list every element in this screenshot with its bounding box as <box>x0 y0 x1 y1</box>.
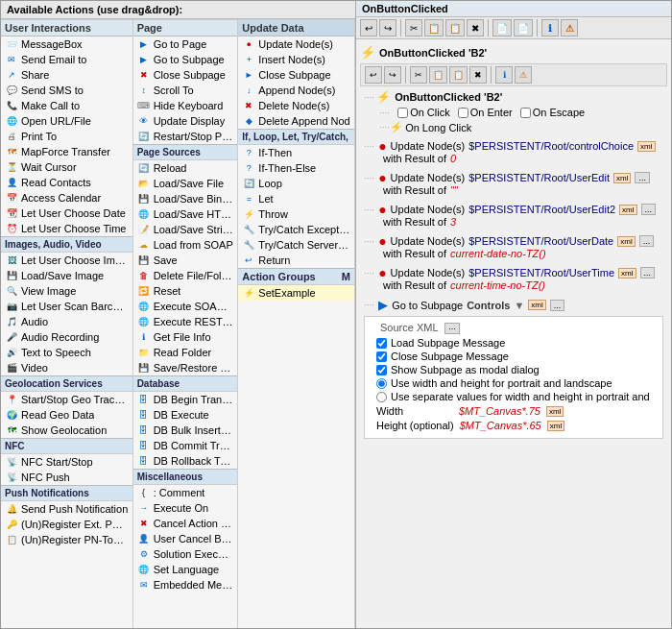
action-video[interactable]: 🎬 Video <box>1 360 132 375</box>
action-set-language[interactable]: 🌐 Set Language <box>133 562 238 577</box>
action-embedded-message[interactable]: ✉ Embedded Messa <box>133 577 238 593</box>
undo-button[interactable]: ↩ <box>360 19 377 36</box>
doc2-button[interactable]: 📄 <box>514 19 533 36</box>
inner-copy[interactable]: 📋 <box>429 66 447 84</box>
action-send-email[interactable]: ✉ Send Email to <box>1 52 132 67</box>
action-read-contacts[interactable]: 👤 Read Contacts <box>1 175 132 190</box>
action-choose-time[interactable]: ⏰ Let User Choose Time <box>1 221 132 236</box>
action-append-nodes[interactable]: ↓ Append Node(s) <box>238 83 354 98</box>
action-delete-file[interactable]: 🗑 Delete File/Folder <box>133 268 238 283</box>
inner-redo[interactable]: ↪ <box>384 66 401 84</box>
inner-cut[interactable]: ✂ <box>410 66 427 84</box>
action-let[interactable]: = Let <box>238 191 354 206</box>
close-subpage-msg-checkbox[interactable] <box>376 351 387 362</box>
xml-btn-goto[interactable]: xml <box>528 300 545 310</box>
action-audio-recording[interactable]: 🎤 Audio Recording <box>1 329 132 345</box>
action-messagebox[interactable]: 📨 MessageBox <box>1 36 132 52</box>
on-enter-label[interactable]: On Enter <box>458 107 513 118</box>
action-tts[interactable]: 🔊 Text to Speech <box>1 345 132 360</box>
on-escape-checkbox[interactable] <box>520 108 531 118</box>
action-db-execute[interactable]: 🗄 DB Execute <box>133 407 238 423</box>
action-close-subpage[interactable]: ✖ Close Subpage <box>133 67 238 83</box>
action-solution-exec[interactable]: ⚙ Solution Executio <box>133 546 238 562</box>
action-audio[interactable]: 🎵 Audio <box>1 314 132 329</box>
action-if-then[interactable]: ? If-Then <box>238 145 354 160</box>
action-share[interactable]: ↗ Share <box>1 67 132 83</box>
action-calendar[interactable]: 📅 Access Calendar <box>1 190 132 206</box>
action-register-pn-key[interactable]: 🔑 (Un)Register Ext. PN-Key <box>1 517 132 532</box>
action-db-bulk-insert[interactable]: 🗄 DB Bulk Insert Int <box>133 423 238 438</box>
inner-undo[interactable]: ↩ <box>365 66 382 84</box>
action-db-commit[interactable]: 🗄 DB Commit Trans <box>133 438 238 453</box>
action-goto-subpage[interactable]: ▶ Go to Subpage <box>133 52 238 67</box>
action-reload[interactable]: 🔄 Reload <box>133 160 238 176</box>
action-comment[interactable]: { : Comment <box>133 485 238 500</box>
action-exec-soap[interactable]: 🌐 Execute SOAP Req <box>133 299 238 314</box>
action-db-rollback[interactable]: 🗄 DB Rollback Trans <box>133 453 238 469</box>
action-execute-on[interactable]: → Execute On <box>133 500 238 516</box>
copy-button[interactable]: 📋 <box>424 19 444 36</box>
on-escape-label[interactable]: On Escape <box>520 107 585 118</box>
inner-delete[interactable]: ✖ <box>469 66 487 84</box>
action-cancel-exec[interactable]: ✖ Cancel Action Exe <box>133 516 238 531</box>
xml-btn-1[interactable]: xml <box>637 141 655 152</box>
modal-checkbox[interactable] <box>376 365 387 375</box>
action-start-stop-tracking[interactable]: 📍 Start/Stop Geo Tracking <box>1 392 132 407</box>
action-register-pn-topics[interactable]: 📋 (Un)Register PN-Topics <box>1 532 132 547</box>
action-read-folder[interactable]: 📁 Read Folder <box>133 345 238 360</box>
doc-button[interactable]: 📄 <box>492 19 512 36</box>
inner-info[interactable]: ℹ <box>495 66 513 84</box>
action-print[interactable]: 🖨 Print To <box>1 129 132 144</box>
inner-warn[interactable]: ⚠ <box>515 66 532 84</box>
source-xml-btn[interactable]: ··· <box>444 323 460 334</box>
action-update-display[interactable]: 👁 Update Display <box>133 113 238 129</box>
action-insert-nodes[interactable]: + Insert Node(s) <box>238 52 354 67</box>
radio1[interactable] <box>376 378 387 389</box>
load-subpage-checkbox[interactable] <box>376 338 387 349</box>
action-delete-append[interactable]: ◆ Delete Append Nod <box>238 113 354 129</box>
on-enter-checkbox[interactable] <box>458 108 468 118</box>
more-btn-2[interactable]: ... <box>635 172 650 183</box>
action-if-then-else[interactable]: ? If-Then-Else <box>238 160 354 176</box>
warn-button[interactable]: ⚠ <box>561 19 578 36</box>
action-load-save-http[interactable]: 🌐 Load/Save HTTP/F <box>133 206 238 222</box>
action-update-nodes[interactable]: ● Update Node(s) <box>238 36 354 52</box>
action-loop[interactable]: 🔄 Loop <box>238 176 354 191</box>
more-btn-3[interactable]: ... <box>641 204 657 215</box>
action-goto-page[interactable]: ▶ Go to Page <box>133 36 238 52</box>
action-db-begin[interactable]: 🗄 DB Begin Transac <box>133 392 238 407</box>
action-load-save-image[interactable]: 💾 Load/Save Image <box>1 268 132 283</box>
action-call[interactable]: 📞 Make Call to <box>1 98 132 113</box>
action-load-soap[interactable]: ☁ Load from SOAP <box>133 237 238 253</box>
action-send-sms[interactable]: 💬 Send SMS to <box>1 83 132 98</box>
xml-btn-2[interactable]: xml <box>613 173 631 183</box>
action-scan-barcode[interactable]: 📷 Let User Scan Barcode <box>1 299 132 314</box>
radio2[interactable] <box>376 392 387 402</box>
action-throw[interactable]: ⚡ Throw <box>238 206 354 222</box>
xml-btn-4[interactable]: xml <box>617 236 635 247</box>
action-wait-cursor[interactable]: ⏳ Wait Cursor <box>1 159 132 175</box>
xml-btn-3[interactable]: xml <box>619 205 636 215</box>
action-exec-rest[interactable]: 🌐 Execute REST Req <box>133 314 238 329</box>
action-hide-keyboard[interactable]: ⌨ Hide Keyboard <box>133 98 238 113</box>
action-nfc-push[interactable]: 📡 NFC Push <box>1 470 132 485</box>
info-button[interactable]: ℹ <box>541 19 559 36</box>
action-user-cancel[interactable]: 👤 User Cancel Beha <box>133 531 238 546</box>
action-save[interactable]: 💾 Save <box>133 253 238 268</box>
action-choose-image[interactable]: 🖼 Let User Choose Image <box>1 253 132 268</box>
action-show-geo[interactable]: 🗺 Show Geolocation <box>1 423 132 438</box>
action-send-push[interactable]: 🔔 Send Push Notification <box>1 501 132 517</box>
more-btn-5[interactable]: ... <box>640 267 656 278</box>
action-get-file-info[interactable]: ℹ Get File Info <box>133 329 238 345</box>
action-load-save-binary[interactable]: 💾 Load/Save Binary <box>133 191 238 206</box>
action-try-catch-server[interactable]: 🔧 Try/Catch Server Con <box>238 237 354 253</box>
action-load-save-file[interactable]: 📂 Load/Save File <box>133 176 238 191</box>
action-choose-date[interactable]: 📆 Let User Choose Date <box>1 206 132 221</box>
on-click-checkbox[interactable] <box>397 108 408 118</box>
action-mapforce[interactable]: 🗺 MapForce Transfer <box>1 144 132 159</box>
paste-button[interactable]: 📋 <box>445 19 465 36</box>
redo-button[interactable]: ↪ <box>379 19 396 36</box>
more-btn-4[interactable]: ... <box>639 235 655 247</box>
height-xml-btn[interactable]: xml <box>547 421 564 431</box>
delete-button[interactable]: ✖ <box>467 19 484 36</box>
